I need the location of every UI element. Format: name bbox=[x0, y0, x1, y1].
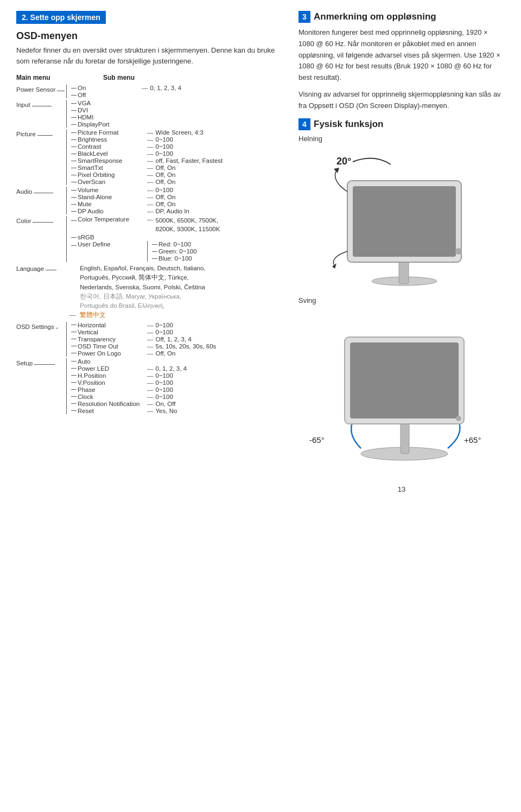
osd-menu-title: OSD-menyen bbox=[16, 30, 282, 42]
sving-section: Sving -65° +65° bbox=[298, 296, 505, 469]
sub-items-osd: Horizontal — 0~100 Vertical — 0~100 Tran… bbox=[66, 322, 216, 357]
helning-section: Helning 20° -5° bbox=[298, 135, 505, 291]
swivel-svg: -65° +65° bbox=[304, 310, 499, 467]
sub-label-off: Off bbox=[78, 92, 86, 98]
section4-title: Fysisk funksjon bbox=[314, 119, 383, 130]
main-label-power-sensor: Power Sensor bbox=[16, 85, 65, 93]
sub-label-transparency: Transparency bbox=[78, 336, 143, 342]
svg-rect-16 bbox=[350, 342, 459, 418]
svg-text:+65°: +65° bbox=[464, 435, 481, 445]
swivel-diagram: -65° +65° bbox=[298, 310, 505, 469]
right-column: 3 Anmerkning om oppløsning Monitoren fun… bbox=[282, 11, 505, 493]
sub-items-picture: Picture Format — Wide Screen, 4:3 Bright… bbox=[66, 129, 223, 185]
sub-item-off: Off bbox=[71, 92, 181, 98]
page-container: 2. Sette opp skjermen OSD-menyen Nedefor… bbox=[0, 0, 521, 504]
menu-input: Input VGA DVI HDMI bbox=[16, 100, 282, 128]
sub-items-audio: Volume — 0~100 Stand-Alone — Off, On Mut… bbox=[66, 187, 189, 214]
menu-osd-settings: OSD Settings Horizontal — 0~100 Vertical… bbox=[16, 322, 282, 357]
sub-items-color: Color Temperature — 5000K, 6500K, 7500K,… bbox=[66, 216, 226, 262]
svg-text:-65°: -65° bbox=[309, 435, 325, 445]
sub-items-input: VGA DVI HDMI DisplayPort bbox=[66, 100, 110, 128]
tilt-diagram: 20° -5° bbox=[298, 148, 505, 291]
svg-point-17 bbox=[456, 416, 461, 421]
sub-items-power-sensor: On — 0, 1, 2, 3, 4 Off bbox=[66, 85, 181, 98]
intro-text: Nedefor finner du en oversikt over struk… bbox=[16, 45, 282, 66]
section-header-area: 2. Sette opp skjermen bbox=[16, 11, 282, 26]
svg-marker-7 bbox=[334, 168, 339, 173]
menu-color: Color Color Temperature — 5000K, 6500K, … bbox=[16, 216, 282, 262]
menu-audio: Audio Volume — 0~100 Stand-Alone — Off, bbox=[16, 187, 282, 214]
sub-label-on: On bbox=[78, 85, 132, 91]
sub-items-setup: Auto Power LED — 0, 1, 2, 3, 4 H.Positio… bbox=[66, 358, 187, 414]
connector-line bbox=[57, 91, 65, 91]
svg-point-6 bbox=[455, 248, 462, 255]
section3-text2: Visning av advarsel for opprinnelig skje… bbox=[298, 89, 505, 112]
section3: 3 Anmerkning om oppløsning Monitoren fun… bbox=[298, 11, 505, 112]
helning-label: Helning bbox=[298, 135, 505, 143]
sub-menu-header: Sub menu bbox=[103, 74, 135, 81]
osd-menu: Main menu Sub menu Power Sensor On — 0, … bbox=[16, 74, 282, 414]
language-value: — English, Español, Français, Deutsch, I… bbox=[66, 264, 206, 320]
sving-label: Sving bbox=[298, 296, 505, 304]
svg-rect-5 bbox=[353, 186, 456, 257]
section4-badge: 4 bbox=[298, 118, 310, 130]
svg-marker-8 bbox=[332, 263, 336, 269]
sub-item-on: On — 0, 1, 2, 3, 4 bbox=[71, 85, 181, 91]
tilt-svg: 20° -5° bbox=[304, 148, 499, 289]
section3-badge: 3 bbox=[298, 11, 310, 23]
page-number: 13 bbox=[298, 485, 505, 493]
svg-text:20°: 20° bbox=[336, 156, 351, 167]
menu-setup: Setup Auto Power LED — 0, 1, 2, 3, 4 bbox=[16, 358, 282, 414]
sub-label-brightness: Brightness bbox=[78, 136, 143, 143]
section3-title: Anmerkning om oppløsning bbox=[314, 11, 436, 22]
menu-language: Language — English, Español, Français, D… bbox=[16, 264, 282, 320]
menu-header: Main menu Sub menu bbox=[16, 74, 282, 81]
sub-value-on: 0, 1, 2, 3, 4 bbox=[150, 85, 182, 91]
section4: 4 Fysisk funksjon Helning 20° -5° bbox=[298, 118, 505, 469]
menu-power-sensor: Power Sensor On — 0, 1, 2, 3, 4 Off bbox=[16, 85, 282, 98]
main-menu-header: Main menu bbox=[16, 74, 71, 81]
section-number-badge: 2. Sette opp skjermen bbox=[16, 11, 106, 24]
section3-text1: Monitoren fungerer best med opprinnelig … bbox=[298, 27, 505, 84]
menu-picture: Picture Picture Format — Wide Screen, 4:… bbox=[16, 129, 282, 185]
left-column: 2. Sette opp skjermen OSD-menyen Nedefor… bbox=[16, 11, 282, 493]
